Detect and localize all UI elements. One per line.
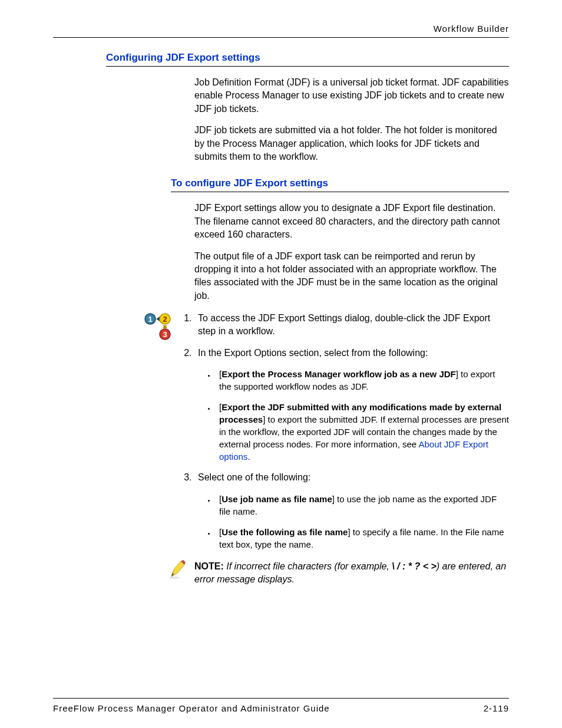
step-3-bullet-1-bold: Use job name as file name (222, 494, 332, 504)
step-2-bullet-1-bold: Export the Process Manager workflow job … (222, 369, 456, 379)
step-2: In the Export Options section, select fr… (194, 347, 509, 463)
svg-marker-2 (156, 317, 160, 321)
footer-page-number: 2-119 (484, 703, 509, 713)
svg-text:3: 3 (163, 330, 167, 339)
step-2-text: In the Export Options section, select fr… (198, 348, 428, 358)
numbered-steps-icon: 1 2 3 (144, 312, 171, 342)
svg-point-9 (169, 577, 180, 579)
note-pencil-icon (168, 559, 188, 584)
section-heading-configuring: Configuring JDF Export settings (106, 52, 509, 67)
paragraph-jdf-hotfolder: JDF job tickets are submitted via a hot … (194, 124, 509, 163)
footer-title: FreeFlow Process Manager Operator and Ad… (53, 703, 330, 713)
step-2-bullet-2: [Export the JDF submitted with any modif… (216, 401, 509, 463)
step-3-text: Select one of the following: (198, 472, 310, 482)
step-3-bullet-2-bold: Use the following as file name (222, 527, 348, 537)
step-3-bullet-1: [Use job name as file name] to use the j… (216, 493, 509, 518)
step-2-bullet-1: [Export the Process Manager workflow job… (216, 368, 509, 393)
step-3-bullet-2: [Use the following as file name] to spec… (216, 526, 509, 551)
paragraph-settings-intro: JDF Export settings allow you to designa… (194, 202, 509, 241)
step-1: To access the JDF Export Settings dialog… (194, 312, 509, 338)
note-chars: \ / : * ? < > (392, 561, 437, 571)
subsection-heading-configure: To configure JDF Export settings (171, 177, 509, 192)
svg-text:2: 2 (163, 315, 167, 324)
svg-text:1: 1 (148, 315, 152, 324)
paragraph-output-file: The output file of a JDF export task can… (194, 250, 509, 303)
note-label: NOTE: (194, 561, 224, 571)
note-text-pre: If incorrect file characters (for exampl… (226, 561, 392, 571)
paragraph-jdf-intro: Job Definition Format (JDF) is a univers… (194, 76, 509, 116)
svg-marker-6 (163, 325, 167, 328)
step-3: Select one of the following: [Use job na… (194, 471, 509, 550)
page-header: Workflow Builder (53, 24, 509, 38)
